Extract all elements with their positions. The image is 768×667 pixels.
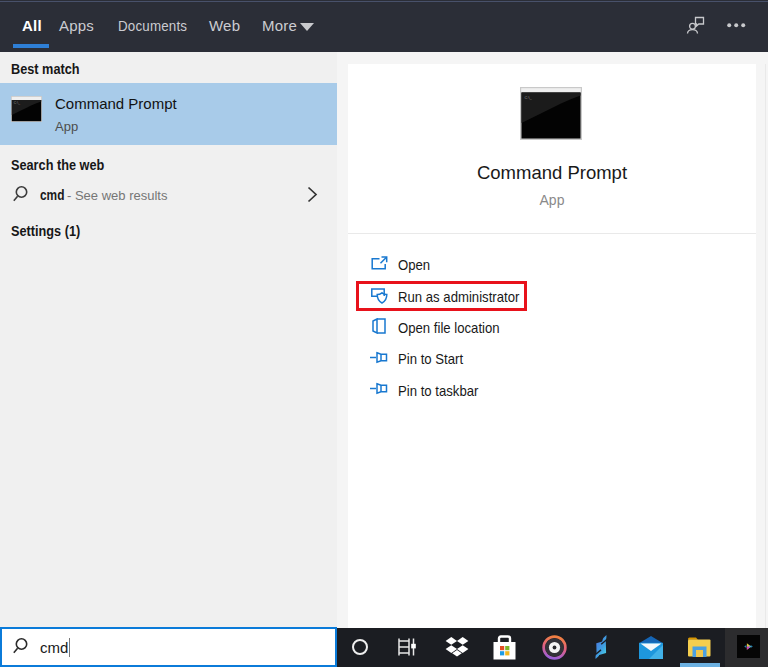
svg-text:C:\_: C:\_ (14, 101, 20, 105)
svg-text:C:\_: C:\_ (525, 95, 533, 100)
